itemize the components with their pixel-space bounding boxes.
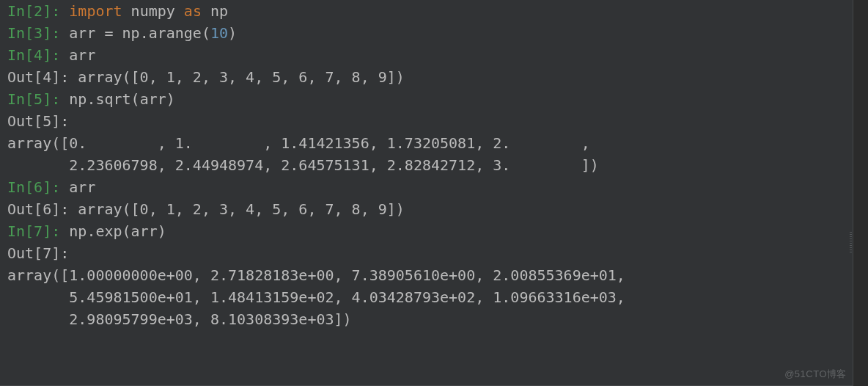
console-output: In[2]: import numpy as np In[3]: arr = n… <box>7 0 853 330</box>
python-console[interactable]: In[2]: import numpy as np In[3]: arr = n… <box>0 0 853 386</box>
scroll-indicator <box>850 232 852 254</box>
watermark: @51CTO博客 <box>784 368 847 381</box>
